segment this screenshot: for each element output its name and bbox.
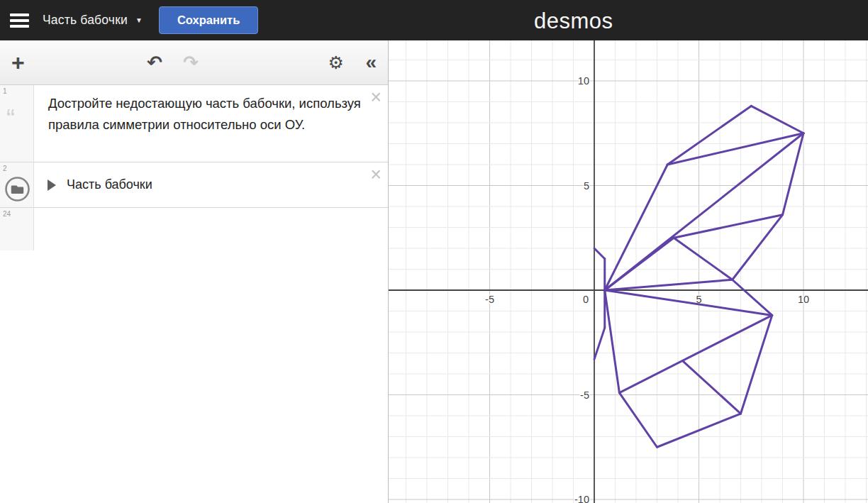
expression-row-note[interactable]: 1 “ Достройте недостающую часть бабочки,… bbox=[0, 85, 388, 162]
menu-bar bbox=[10, 25, 29, 28]
collapse-panel-icon[interactable]: « bbox=[365, 52, 377, 72]
folder-body: Часть бабочки bbox=[34, 162, 152, 207]
butterfly-segment bbox=[783, 133, 804, 215]
butterfly-segment bbox=[594, 248, 605, 259]
row-gutter: 24 bbox=[0, 208, 34, 250]
axis-tick-label: 10 bbox=[798, 294, 809, 305]
butterfly-segment bbox=[594, 328, 605, 359]
butterfly-segment bbox=[605, 280, 733, 290]
butterfly-segment bbox=[619, 393, 657, 448]
menu-icon[interactable] bbox=[10, 13, 29, 28]
axis-tick-label: 5 bbox=[584, 180, 589, 192]
note-body: Достройте недостающую часть бабочки, исп… bbox=[34, 85, 374, 162]
expression-row-folder[interactable]: 2 Часть бабочки × bbox=[0, 162, 388, 208]
close-icon[interactable]: × bbox=[370, 88, 382, 107]
expression-row-empty[interactable]: 24 bbox=[0, 208, 388, 250]
folder-label: Часть бабочки bbox=[67, 177, 152, 192]
top-bar: Часть бабочки ▼ Сохранить desmos bbox=[0, 0, 868, 40]
graph-title-menu[interactable]: Часть бабочки ▼ bbox=[43, 13, 143, 28]
butterfly-segment bbox=[741, 315, 772, 414]
main-area: + ↶ ↷ ⚙ « 1 “ Достройте недостающую част… bbox=[0, 40, 868, 503]
graph-title: Часть бабочки bbox=[43, 13, 128, 28]
butterfly-segment bbox=[751, 106, 803, 133]
close-icon[interactable]: × bbox=[370, 165, 382, 184]
undo-icon[interactable]: ↶ bbox=[147, 53, 162, 72]
folder-icon[interactable] bbox=[4, 176, 30, 202]
row-number: 1 bbox=[3, 87, 7, 95]
butterfly-segment bbox=[674, 238, 733, 280]
settings-gear-icon[interactable]: ⚙ bbox=[328, 54, 344, 72]
desmos-logo: desmos bbox=[534, 9, 613, 34]
expressions-toolbar: + ↶ ↷ ⚙ « bbox=[0, 40, 388, 85]
axis-tick-label: 0 bbox=[583, 294, 589, 305]
menu-bar bbox=[10, 19, 29, 22]
row-gutter: 1 “ bbox=[0, 85, 34, 162]
row-number: 24 bbox=[3, 210, 11, 218]
add-expression-button[interactable]: + bbox=[11, 51, 25, 74]
axis-tick-label: -5 bbox=[580, 389, 589, 401]
butterfly-segment bbox=[605, 290, 620, 393]
desmos-app: Часть бабочки ▼ Сохранить desmos + ↶ ↷ ⚙… bbox=[0, 0, 868, 503]
butterfly-segment bbox=[619, 315, 772, 392]
row-number: 2 bbox=[3, 165, 7, 172]
redo-icon[interactable]: ↷ bbox=[183, 53, 199, 72]
note-text: Достройте недостающую часть бабочки, исп… bbox=[48, 93, 364, 136]
graph-svg[interactable]: -5510105-5-100 bbox=[389, 40, 868, 503]
axis-tick-label: -10 bbox=[574, 494, 589, 503]
axis-tick-label: 10 bbox=[578, 75, 589, 87]
axis-tick-label: -5 bbox=[485, 294, 494, 305]
chevron-down-icon: ▼ bbox=[135, 16, 143, 24]
menu-bar bbox=[10, 13, 29, 16]
expressions-panel: + ↶ ↷ ⚙ « 1 “ Достройте недостающую част… bbox=[0, 40, 389, 503]
folder-icon-glyph bbox=[11, 186, 23, 194]
row-gutter: 2 bbox=[0, 162, 34, 207]
expand-triangle-icon[interactable] bbox=[48, 179, 56, 191]
save-button[interactable]: Сохранить bbox=[159, 6, 258, 34]
note-quote-icon: “ bbox=[6, 106, 15, 132]
butterfly-segment bbox=[683, 361, 740, 414]
graph-pane[interactable]: -5510105-5-100 bbox=[389, 40, 868, 503]
